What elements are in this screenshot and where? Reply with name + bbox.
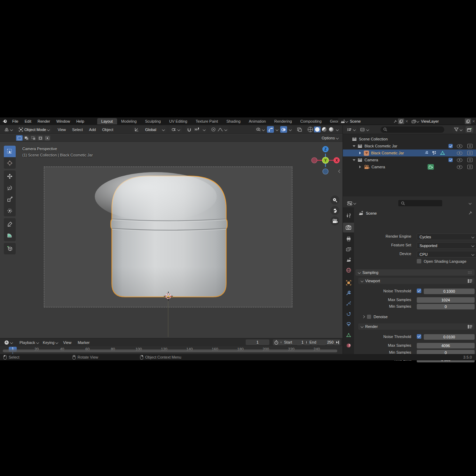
scene-selector-chevron-icon[interactable] bbox=[345, 120, 348, 123]
proportional-edit-icon[interactable] bbox=[211, 127, 216, 132]
render-panel-header[interactable]: Render bbox=[358, 323, 475, 330]
breadcrumb-label[interactable]: Scene bbox=[366, 211, 377, 215]
vp-noise-threshold-checkbox[interactable] bbox=[417, 289, 421, 293]
start-frame-field[interactable]: Start1 bbox=[281, 339, 306, 345]
tab-sculpting[interactable]: Sculpting bbox=[141, 118, 165, 124]
hide-eye-icon[interactable] bbox=[457, 144, 462, 148]
collection-checkbox[interactable] bbox=[448, 158, 453, 162]
hide-eye-icon[interactable] bbox=[457, 165, 462, 169]
delete-viewlayer-icon[interactable]: ✕ bbox=[471, 119, 476, 124]
timeline-ruler[interactable]: 20 40 60 80 100 120 140 160 180 200 220 … bbox=[0, 346, 343, 354]
snap-chevron-icon[interactable] bbox=[203, 128, 206, 131]
rn-noise-threshold-field[interactable]: 0.0100 bbox=[424, 334, 475, 340]
menu-file[interactable]: File bbox=[9, 119, 22, 123]
tool-move[interactable] bbox=[4, 170, 16, 182]
select-subtract-button[interactable] bbox=[30, 135, 37, 141]
tool-annotate[interactable] bbox=[4, 218, 16, 230]
snap-target-icon[interactable] bbox=[194, 128, 201, 131]
outliner-row-jar-object[interactable]: Black Cosmetic Jar bbox=[343, 149, 476, 156]
properties-pin-icon[interactable] bbox=[468, 211, 473, 215]
render-visibility-icon[interactable] bbox=[467, 151, 473, 155]
denoise-panel-header[interactable]: Denoise bbox=[362, 315, 387, 319]
current-frame-field[interactable]: 1 bbox=[246, 339, 269, 345]
menu-window[interactable]: Window bbox=[53, 119, 73, 123]
hide-eye-icon[interactable] bbox=[457, 151, 462, 155]
falloff-chevron-icon[interactable] bbox=[224, 128, 227, 131]
nav-gizmo[interactable]: Z X Y bbox=[311, 146, 340, 175]
presets-icon[interactable] bbox=[468, 325, 473, 329]
viewport-menu-view[interactable]: View bbox=[54, 128, 69, 132]
viewport-panel-header[interactable]: Viewport bbox=[358, 278, 475, 284]
camera-view-button[interactable] bbox=[330, 216, 339, 225]
sampling-panel-header[interactable]: Sampling bbox=[355, 269, 475, 276]
zoom-button[interactable] bbox=[330, 195, 339, 205]
pivot-point-selector[interactable] bbox=[169, 126, 182, 133]
outliner-filter-type-button[interactable] bbox=[359, 126, 370, 133]
tab-data-properties[interactable] bbox=[343, 330, 354, 340]
new-scene-icon[interactable] bbox=[398, 118, 404, 124]
vp-max-samples-field[interactable]: 1024 bbox=[417, 297, 475, 303]
tool-scale[interactable] bbox=[4, 193, 16, 205]
pan-hand-button[interactable] bbox=[330, 206, 339, 215]
tab-texture-paint[interactable]: Texture Paint bbox=[191, 118, 222, 124]
gizmos-chevron[interactable] bbox=[275, 126, 279, 133]
viewport-canvas[interactable]: Camera Perspective (1) Scene Collection … bbox=[0, 142, 343, 338]
mode-selector[interactable]: Object Mode bbox=[17, 126, 52, 133]
tool-add-cube[interactable] bbox=[4, 243, 16, 254]
denoise-checkbox[interactable] bbox=[367, 315, 371, 319]
outliner-row-jar-collection[interactable]: Black Cosmetic Jar bbox=[343, 143, 476, 149]
render-engine-dropdown[interactable]: Cycles bbox=[417, 233, 476, 240]
tab-animation[interactable]: Animation bbox=[245, 118, 270, 124]
tool-rotate[interactable] bbox=[4, 182, 16, 193]
outliner-row-scene-collection[interactable]: Scene Collection bbox=[343, 136, 476, 143]
viewlayer-selector-value[interactable]: ViewLayer bbox=[421, 119, 465, 123]
region-collapse-arrow[interactable] bbox=[339, 169, 341, 173]
scene-selector-value[interactable]: Scene bbox=[350, 119, 392, 123]
shading-material-button[interactable] bbox=[321, 126, 328, 132]
modifier-wrench-icon[interactable] bbox=[424, 151, 429, 155]
end-frame-field[interactable]: End250 bbox=[307, 339, 336, 345]
select-extend-button[interactable] bbox=[23, 135, 30, 141]
falloff-curve-icon[interactable] bbox=[217, 128, 223, 132]
snap-magnet-icon[interactable] bbox=[186, 128, 192, 132]
tab-render-properties[interactable] bbox=[343, 223, 354, 232]
tab-object-properties[interactable] bbox=[343, 278, 354, 287]
outliner-filter-button[interactable] bbox=[453, 126, 463, 133]
scene-data-icon[interactable] bbox=[339, 120, 346, 123]
outliner-row-camera-collection[interactable]: Camera bbox=[343, 156, 476, 163]
tab-particles-properties[interactable] bbox=[343, 299, 354, 308]
shading-chevron-icon[interactable] bbox=[336, 128, 339, 131]
mesh-data-icon[interactable] bbox=[440, 151, 445, 155]
vp-min-samples-field[interactable]: 0 bbox=[417, 304, 475, 309]
tool-select-box[interactable] bbox=[4, 146, 16, 157]
viewport-menu-object[interactable]: Object bbox=[99, 128, 116, 132]
delete-scene-icon[interactable]: ✕ bbox=[404, 119, 409, 124]
outliner-display-mode-button[interactable] bbox=[346, 126, 357, 133]
xray-toggle[interactable] bbox=[295, 126, 303, 133]
timeline-scrollbar[interactable] bbox=[3, 350, 337, 352]
tab-layout[interactable]: Layout bbox=[97, 118, 117, 124]
render-visibility-icon[interactable] bbox=[467, 144, 473, 148]
keying-menu[interactable]: Keying bbox=[41, 339, 60, 346]
menu-help[interactable]: Help bbox=[73, 119, 87, 123]
render-visibility-icon[interactable] bbox=[467, 158, 473, 162]
overlays-toggle[interactable] bbox=[280, 126, 287, 133]
playback-menu[interactable]: Playback bbox=[17, 339, 41, 346]
tab-tool-properties[interactable] bbox=[343, 211, 354, 221]
rn-max-samples-field[interactable]: 4096 bbox=[417, 343, 475, 348]
menu-render[interactable]: Render bbox=[34, 119, 53, 123]
hide-eye-icon[interactable] bbox=[457, 158, 462, 162]
tab-scene-properties[interactable] bbox=[343, 255, 354, 264]
tab-uv-editing[interactable]: UV Editing bbox=[165, 118, 191, 124]
vp-noise-threshold-field[interactable]: 0.1000 bbox=[424, 289, 475, 294]
tab-output-properties[interactable] bbox=[343, 234, 354, 244]
tab-rendering[interactable]: Rendering bbox=[270, 118, 296, 124]
geometry-nodes-icon[interactable] bbox=[432, 151, 437, 155]
collection-checkbox[interactable] bbox=[448, 144, 453, 148]
viewport-menu-select[interactable]: Select bbox=[69, 128, 86, 132]
properties-editor-type-button[interactable] bbox=[346, 200, 357, 207]
jar-model[interactable] bbox=[44, 167, 292, 307]
device-dropdown[interactable]: CPU bbox=[417, 251, 476, 258]
rn-noise-threshold-checkbox[interactable] bbox=[417, 334, 421, 339]
timeline-view-menu[interactable]: View bbox=[60, 340, 75, 345]
